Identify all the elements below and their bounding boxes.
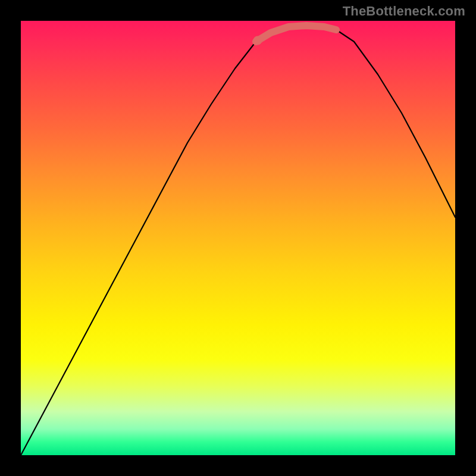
optimal-point-dot bbox=[253, 36, 262, 45]
curve-layer bbox=[21, 21, 455, 455]
watermark-text: TheBottleneck.com bbox=[343, 4, 465, 19]
chart-frame: TheBottleneck.com bbox=[0, 0, 476, 476]
bottleneck-curve bbox=[21, 26, 455, 455]
plot-area bbox=[21, 21, 455, 455]
optimal-range-highlight bbox=[256, 26, 336, 42]
